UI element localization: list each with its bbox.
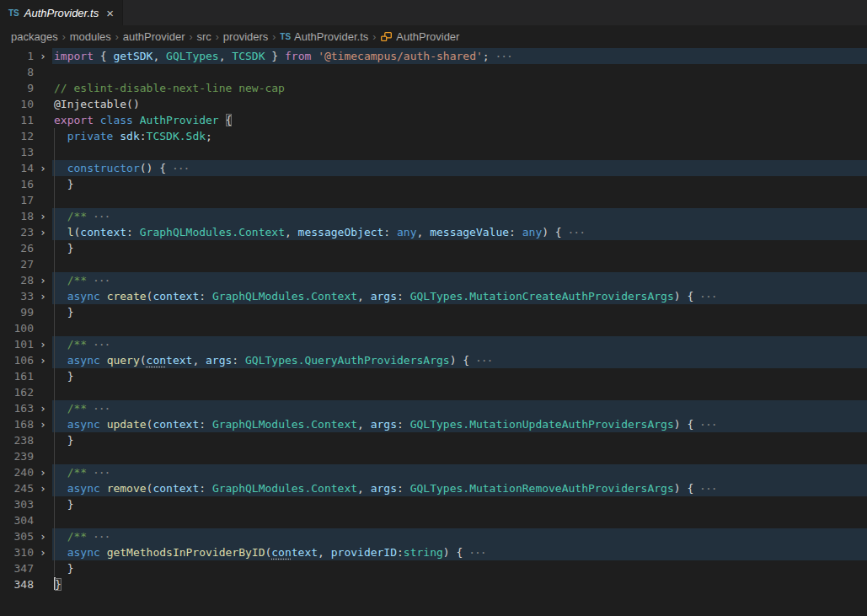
line-number[interactable]: 13 [0,144,34,160]
fold-chevron-icon[interactable]: › [34,160,52,176]
fold-chevron-icon[interactable]: › [34,400,52,416]
code-line[interactable]: 10@Injectable() [0,96,867,112]
code-line[interactable]: 1›import { getSDK, GQLTypes, TCSDK } fro… [0,48,867,64]
code-line-content[interactable]: private sdk:TCSDK.Sdk; [52,128,867,144]
line-number[interactable]: 305 [0,528,34,544]
code-line-content[interactable] [52,512,867,528]
line-number[interactable]: 238 [0,432,34,448]
line-number[interactable]: 162 [0,384,34,400]
code-line[interactable]: 11export class AuthProvider { [0,112,867,128]
code-line-content[interactable]: /** ··· [52,208,867,224]
code-line-content[interactable]: } [52,576,867,592]
breadcrumb-item-providers[interactable]: providers [223,30,268,43]
tab-authprovider[interactable]: TS AuthProvider.ts × [0,0,123,25]
fold-chevron-icon[interactable]: › [34,272,52,288]
code-line[interactable]: 163› /** ··· [0,400,867,416]
line-number[interactable]: 18 [0,208,34,224]
code-line-content[interactable]: import { getSDK, GQLTypes, TCSDK } from … [52,48,867,64]
line-number[interactable]: 17 [0,192,34,208]
breadcrumb-item-src[interactable]: src [197,30,211,43]
code-line[interactable]: 13 [0,144,867,160]
code-line[interactable]: 9// eslint-disable-next-line new-cap [0,80,867,96]
code-line[interactable]: 23› l(context: GraphQLModules.Context, m… [0,224,867,240]
code-line[interactable]: 18› /** ··· [0,208,867,224]
code-line[interactable]: 168› async update(context: GraphQLModule… [0,416,867,432]
line-number[interactable]: 310 [0,544,34,560]
line-number[interactable]: 9 [0,80,34,96]
line-number[interactable]: 12 [0,128,34,144]
code-line-content[interactable]: } [52,560,867,576]
code-line[interactable]: 245› async remove(context: GraphQLModule… [0,480,867,496]
fold-chevron-icon[interactable]: › [34,544,52,560]
fold-chevron-icon[interactable]: › [34,528,52,544]
line-number[interactable]: 239 [0,448,34,464]
line-number[interactable]: 8 [0,64,34,80]
code-line[interactable]: 304 [0,512,867,528]
breadcrumb-item-authprovider[interactable]: authProvider [123,30,185,43]
code-line-content[interactable] [52,320,867,336]
code-line[interactable]: 348} [0,576,867,592]
fold-chevron-icon[interactable]: › [34,352,52,368]
breadcrumb-item-file[interactable]: TS AuthProvider.ts [280,30,368,43]
code-line[interactable]: 347 } [0,560,867,576]
code-line-content[interactable]: async update(context: GraphQLModules.Con… [52,416,867,432]
line-number[interactable]: 161 [0,368,34,384]
breadcrumb-item-modules[interactable]: modules [70,30,111,43]
code-line[interactable]: 16 } [0,176,867,192]
line-number[interactable]: 26 [0,240,34,256]
line-number[interactable]: 27 [0,256,34,272]
code-line[interactable]: 305› /** ··· [0,528,867,544]
code-line[interactable]: 12 private sdk:TCSDK.Sdk; [0,128,867,144]
line-number[interactable]: 101 [0,336,34,352]
code-line-content[interactable] [52,192,867,208]
code-line-content[interactable]: l(context: GraphQLModules.Context, messa… [52,224,867,240]
code-line[interactable]: 99 } [0,304,867,320]
fold-chevron-icon[interactable]: › [34,464,52,480]
code-line[interactable]: 238 } [0,432,867,448]
line-number[interactable]: 106 [0,352,34,368]
code-line-content[interactable]: async create(context: GraphQLModules.Con… [52,288,867,304]
code-line-content[interactable] [52,448,867,464]
code-line-content[interactable] [52,64,867,80]
code-line-content[interactable]: // eslint-disable-next-line new-cap [52,80,867,96]
code-line[interactable]: 28› /** ··· [0,272,867,288]
code-line-content[interactable]: } [52,432,867,448]
code-line-content[interactable]: /** ··· [52,272,867,288]
line-number[interactable]: 245 [0,480,34,496]
code-line-content[interactable]: export class AuthProvider { [52,112,867,128]
code-line[interactable]: 303 } [0,496,867,512]
code-line-content[interactable]: async getMethodsInProviderByID(context, … [52,544,867,560]
code-line-content[interactable] [52,256,867,272]
line-number[interactable]: 14 [0,160,34,176]
code-line-content[interactable]: } [52,304,867,320]
code-line[interactable]: 14› constructor() { ··· [0,160,867,176]
line-number[interactable]: 33 [0,288,34,304]
line-number[interactable]: 240 [0,464,34,480]
code-line[interactable]: 310› async getMethodsInProviderByID(cont… [0,544,867,560]
code-line-content[interactable]: } [52,240,867,256]
code-line-content[interactable]: } [52,368,867,384]
close-icon[interactable]: × [106,7,114,19]
code-line-content[interactable]: } [52,496,867,512]
code-line-content[interactable]: async remove(context: GraphQLModules.Con… [52,480,867,496]
code-line-content[interactable]: async query(context, args: GQLTypes.Quer… [52,352,867,368]
code-line[interactable]: 161 } [0,368,867,384]
code-line-content[interactable] [52,144,867,160]
code-line-content[interactable]: } [52,176,867,192]
line-number[interactable]: 348 [0,576,34,592]
breadcrumb-item-symbol[interactable]: AuthProvider [380,29,459,45]
fold-chevron-icon[interactable]: › [34,480,52,496]
line-number[interactable]: 347 [0,560,34,576]
code-line[interactable]: 106› async query(context, args: GQLTypes… [0,352,867,368]
code-line-content[interactable]: /** ··· [52,400,867,416]
code-line-content[interactable]: /** ··· [52,464,867,480]
fold-chevron-icon[interactable]: › [34,224,52,240]
fold-chevron-icon[interactable]: › [34,48,52,64]
line-number[interactable]: 28 [0,272,34,288]
fold-chevron-icon[interactable]: › [34,336,52,352]
code-line-content[interactable]: /** ··· [52,528,867,544]
line-number[interactable]: 23 [0,224,34,240]
code-line[interactable]: 8 [0,64,867,80]
code-line[interactable]: 239 [0,448,867,464]
line-number[interactable]: 163 [0,400,34,416]
